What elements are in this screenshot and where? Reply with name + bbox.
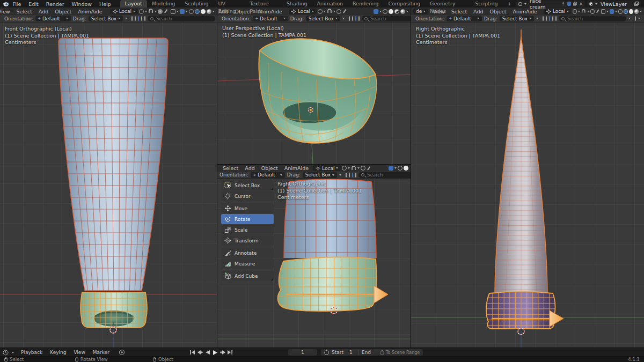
render-icon[interactable] [552,16,553,21]
collections-icon[interactable] [635,16,636,21]
blender-logo-icon[interactable] [2,1,9,7]
close-icon[interactable]: ✕ [579,2,583,6]
play-button[interactable] [211,349,218,356]
shading-solid-icon[interactable] [404,166,408,171]
prev-keyframe-button[interactable] [196,349,203,356]
overlay-icon[interactable] [131,16,133,21]
overlay-icon[interactable] [543,16,544,21]
viewport-front-ortho[interactable]: ViewSelectAddObjectAnimAide Local Orient… [0,8,217,348]
menubar-item[interactable]: File [9,1,25,7]
xray-toggle-icon[interactable] [389,166,393,171]
proportional-editing-icon[interactable] [361,166,365,171]
shading-material-icon[interactable] [394,9,399,14]
timeline-menu-item[interactable]: Marker [89,350,113,355]
drag-dropdown[interactable]: Select Box [306,16,340,21]
viewport-menu-item[interactable]: AnimAide [75,9,105,14]
tool-options-icon[interactable] [601,9,605,14]
transform-orientation-dropdown[interactable]: Local [289,9,317,14]
mode-dropdown[interactable]: de [413,9,428,14]
viewport-menu-item[interactable]: Select [448,9,470,14]
viewport-menu-item[interactable]: View [0,9,13,14]
snap-magnet-icon[interactable] [327,9,332,14]
tool-options-icon[interactable] [171,9,175,14]
viewport-right-ortho-zoom[interactable]: SelectAddObjectAnimAide Local Orientatio… [217,165,411,348]
proportional-editing-icon[interactable] [158,9,163,14]
next-keyframe-button[interactable] [219,349,226,356]
tool-cursor[interactable]: Cursor [221,191,274,201]
snap-magnet-icon[interactable] [581,9,586,14]
pivot-point-icon[interactable] [318,9,323,14]
viewport-menu-item[interactable]: Select [219,165,241,171]
menubar-item[interactable]: Edit [25,1,42,7]
shading-wireframe-icon[interactable] [618,9,623,14]
xray-toggle-icon[interactable] [374,9,378,14]
workspace-tab[interactable]: Compositing [384,0,426,8]
globe-icon[interactable] [352,16,353,21]
menubar-item[interactable]: Render [42,1,68,7]
proportional-editing-icon[interactable] [336,9,341,14]
render-icon[interactable] [141,16,142,21]
viewport-menu-item[interactable]: Add [241,165,258,171]
tool-select-box[interactable]: Select Box [221,180,274,190]
transform-orientation-dropdown[interactable]: Local [110,9,138,14]
shading-wireframe-icon[interactable] [383,9,387,14]
snap-blue-icon[interactable] [138,16,139,21]
to-scene-range-button[interactable]: To Scene Range [377,349,423,356]
pivot-point-icon[interactable] [342,166,347,171]
globe-icon[interactable] [135,16,136,21]
falloff-icon[interactable] [164,9,167,13]
viewport-menu-item[interactable]: Select [13,9,35,14]
pivot-point-icon[interactable] [573,9,577,14]
fake-user-icon[interactable] [567,2,571,6]
stamp-icon[interactable] [355,173,356,178]
orientation-dropdown[interactable]: ⌖Default [447,16,482,21]
workspace-tab[interactable]: UV Editing [214,0,245,8]
snap-blue-icon[interactable] [549,16,550,21]
tool-rotate[interactable]: Rotate [221,214,274,224]
viewport-menu-item[interactable]: Object [487,9,510,14]
transform-orientation-dropdown[interactable]: Local [313,165,341,171]
shading-wireframe-icon[interactable] [398,166,402,171]
duplicate-icon[interactable] [634,2,639,6]
jump-to-start-button[interactable] [189,349,196,356]
drag-dropdown[interactable]: Select Box [303,172,337,178]
search-input[interactable] [559,16,626,21]
viewport-menu-item[interactable]: Add [470,9,486,14]
tool-scale[interactable]: Scale [221,225,274,235]
duplicate-icon[interactable] [573,2,577,6]
start-value[interactable]: 1 [346,350,356,355]
shading-rendered-icon[interactable] [400,9,405,14]
xray-toggle-icon[interactable] [180,9,185,14]
shading-material-icon[interactable] [201,9,206,14]
tube-cap[interactable] [278,257,377,311]
viewport-menu-item[interactable]: Add [35,9,52,14]
menubar-item[interactable]: Window [68,1,96,7]
snap-blue-icon[interactable] [352,173,353,178]
workspace-tab[interactable]: Texture Paint [245,0,282,8]
timeline-menu-item[interactable]: View [70,350,89,355]
shading-wireframe-icon[interactable] [189,9,194,14]
orientation-dropdown[interactable]: ⌖Default [253,16,288,21]
stamp-icon[interactable] [555,16,557,21]
snap-magnet-icon[interactable] [148,9,153,14]
shading-solid-icon[interactable] [389,9,393,14]
workspace-tab[interactable]: + [502,0,516,8]
shading-solid-icon[interactable] [195,9,200,14]
tube-body[interactable] [284,179,376,258]
xray-toggle-icon[interactable] [610,9,614,14]
play-reverse-button[interactable] [204,349,211,356]
shading-solid-icon[interactable] [624,9,628,14]
search-input[interactable] [148,16,215,21]
tool-measure[interactable]: Measure [221,258,274,269]
viewport-menu-item[interactable]: Object [52,9,75,14]
menubar-item[interactable]: Help [96,1,115,7]
overlay-icon[interactable] [346,173,347,178]
globe-icon[interactable] [349,173,350,178]
proportional-editing-icon[interactable] [590,9,595,14]
viewport-menu-item[interactable]: Object [258,165,281,171]
workspace-tab[interactable]: Modeling [147,0,180,8]
snap-blue-icon[interactable] [355,16,356,21]
orientation-dropdown[interactable]: ⌖Default [35,16,71,21]
workspace-tab[interactable]: Geometry Nodes [425,0,470,8]
jump-to-end-button[interactable] [226,349,233,356]
